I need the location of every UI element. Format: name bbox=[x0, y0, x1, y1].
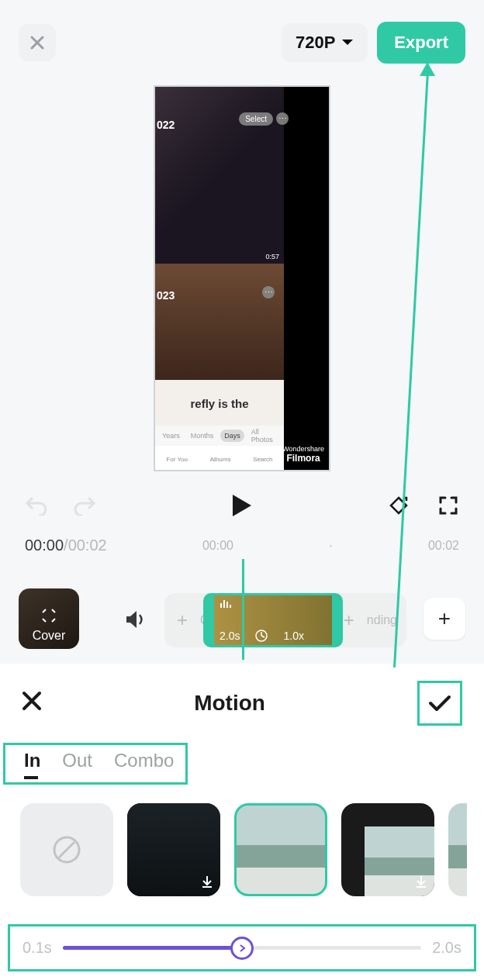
panel-confirm-button[interactable] bbox=[417, 681, 462, 726]
fullscreen-button[interactable] bbox=[434, 492, 462, 519]
preset-item[interactable] bbox=[341, 803, 434, 896]
export-label: Export bbox=[394, 33, 448, 52]
preset-none[interactable] bbox=[20, 803, 113, 896]
clip-speed: 1.0x bbox=[283, 630, 303, 642]
video-preview[interactable]: 📶 🔋 022 Select ⋯ 0:57 023 ⋯ refly is the… bbox=[0, 85, 484, 478]
ending-label: nding bbox=[367, 613, 406, 627]
download-icon bbox=[414, 875, 428, 892]
resolution-label: 720P bbox=[296, 33, 335, 53]
select-pill: Select bbox=[239, 112, 273, 126]
slider-min-label: 0.1s bbox=[22, 939, 52, 957]
year-badge: 022 bbox=[155, 116, 176, 133]
timeline[interactable]: Cover + Open + nding 2.0s 1.0x + bbox=[0, 570, 484, 663]
time-mark-b: 00:02 bbox=[428, 539, 459, 553]
resolution-dropdown[interactable]: 720P bbox=[282, 23, 368, 62]
selected-clip[interactable]: 2.0s 1.0x bbox=[203, 593, 343, 647]
duration-slider[interactable] bbox=[63, 946, 421, 950]
tab-in[interactable]: In bbox=[24, 750, 40, 771]
preset-item[interactable] bbox=[448, 803, 467, 896]
speed-icon bbox=[255, 630, 268, 642]
add-opening-icon[interactable]: + bbox=[164, 609, 200, 631]
download-icon bbox=[200, 875, 214, 892]
preset-list[interactable] bbox=[0, 785, 484, 915]
year-badge-2: 023 bbox=[155, 287, 176, 304]
duration-slider-group: 0.1s 2.0s bbox=[8, 924, 476, 971]
time-separator: · bbox=[329, 539, 332, 553]
undo-button[interactable] bbox=[22, 492, 50, 519]
add-clip-button[interactable]: + bbox=[424, 598, 465, 640]
preset-item[interactable] bbox=[127, 803, 220, 896]
clip-handle-left[interactable] bbox=[203, 595, 214, 645]
clip-duration: 2.0s bbox=[220, 630, 240, 642]
none-icon bbox=[51, 834, 82, 865]
slider-max-label: 2.0s bbox=[432, 939, 462, 957]
clip-duration: 0:57 bbox=[265, 253, 279, 261]
ios-tabbar: For You Albums Search bbox=[155, 446, 284, 471]
motion-tabs: In Out Combo bbox=[3, 743, 188, 785]
panel-title: Motion bbox=[194, 691, 265, 716]
close-button[interactable] bbox=[19, 24, 56, 61]
more-icon-2: ⋯ bbox=[262, 286, 275, 298]
watermark: Wondershare Filmora bbox=[282, 446, 324, 464]
play-button[interactable] bbox=[226, 490, 258, 521]
slider-thumb[interactable] bbox=[230, 937, 254, 960]
time-position: 00:00/00:02 bbox=[25, 537, 107, 554]
segment-control: Years Months Days All Photos bbox=[155, 426, 284, 446]
export-button[interactable]: Export bbox=[377, 22, 465, 64]
more-icon: ⋯ bbox=[276, 112, 289, 125]
cover-button[interactable]: Cover bbox=[19, 588, 79, 649]
motion-panel: Motion In Out Combo 0.1s bbox=[0, 664, 484, 980]
preview-clip-2 bbox=[155, 264, 284, 380]
preview-caption: refly is the bbox=[155, 380, 284, 426]
keyframe-button[interactable] bbox=[385, 492, 413, 519]
panel-close-button[interactable] bbox=[22, 690, 42, 716]
cover-label: Cover bbox=[33, 629, 66, 643]
tab-out[interactable]: Out bbox=[62, 750, 92, 771]
playhead[interactable] bbox=[242, 559, 244, 660]
preset-item-selected[interactable] bbox=[234, 803, 327, 896]
clip-handle-right[interactable] bbox=[332, 595, 343, 645]
tab-combo[interactable]: Combo bbox=[114, 750, 174, 771]
volume-button[interactable] bbox=[124, 609, 147, 633]
slider-fill bbox=[63, 946, 242, 950]
time-mark-a: 00:00 bbox=[202, 539, 233, 553]
chevron-down-icon bbox=[341, 39, 354, 47]
redo-button[interactable] bbox=[71, 492, 99, 519]
clip-audio-icon bbox=[220, 599, 233, 612]
